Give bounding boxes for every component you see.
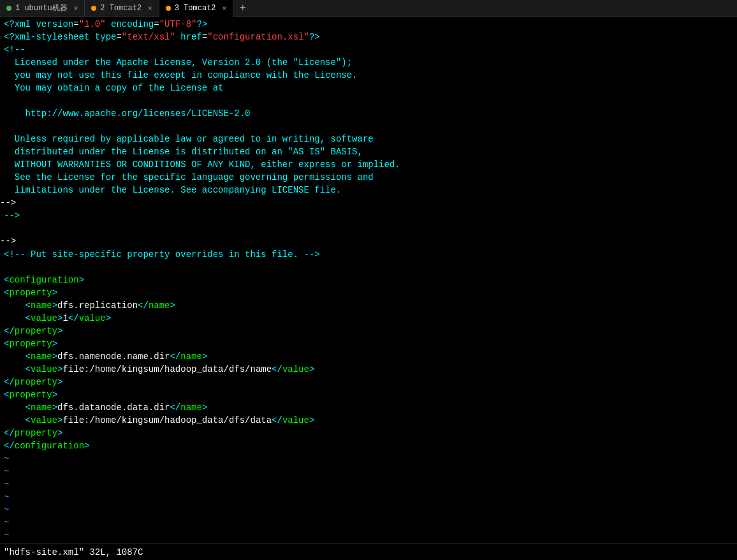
tab-tomcat2-1-close[interactable]: ✕ <box>148 4 152 12</box>
editor-line-8: http://www.apache.org/licenses/LICENSE-2… <box>0 107 737 120</box>
editor-line-30: <value>file:/home/kingsum/hadoop_data/df… <box>0 414 737 427</box>
editor-line-25: <name>dfs.namenode.name.dir</name> <box>0 350 737 363</box>
editor-line-32: </configuration> <box>0 439 737 452</box>
editor-line-24: <property> <box>0 337 737 350</box>
tab-add-button[interactable]: + <box>233 3 252 14</box>
editor-line-34: ~ <box>0 465 737 478</box>
editor-line-7 <box>0 94 737 107</box>
editor-line-13: See the License for the specific languag… <box>0 171 737 184</box>
editor-line-22: <value>1</value> <box>0 312 737 325</box>
editor-line-35: ~ <box>0 478 737 490</box>
editor-line-15: --> <box>0 209 737 222</box>
editor-line-2: <?xml-stylesheet type="text/xsl" href="c… <box>0 31 737 43</box>
editor-area[interactable]: <?xml version="1.0" encoding="UTF-8"?> <… <box>0 17 737 543</box>
editor-line-19: <configuration> <box>0 274 737 286</box>
editor-line-27: </property> <box>0 376 737 388</box>
editor-line-20: <property> <box>0 286 737 299</box>
status-bar-text: "hdfs-site.xml" 32L, 1087C <box>4 547 143 557</box>
editor-line-28: <property> <box>0 388 737 401</box>
editor-line-18 <box>0 261 737 274</box>
editor-line-23: </property> <box>0 325 737 337</box>
tab-dot-orange-2 <box>166 6 171 11</box>
editor-line-14: limitations under the License. See accom… <box>0 184 737 196</box>
editor-line-11: distributed under the License is distrib… <box>0 145 737 158</box>
editor-line-4: Licensed under the Apache License, Versi… <box>0 56 737 69</box>
tab-tomcat2-1-label: 2 Tomcat2 <box>100 4 142 13</box>
tab-dot-green <box>6 6 11 11</box>
tab-tomcat2-2[interactable]: 3 Tomcat2 ✕ <box>159 0 233 17</box>
tab-tomcat2-2-close[interactable]: ✕ <box>222 4 226 12</box>
editor-line-26: <value>file:/home/kingsum/hadoop_data/df… <box>0 363 737 376</box>
status-bar: "hdfs-site.xml" 32L, 1087C <box>0 543 737 560</box>
editor-line-5: you may not use this file except in comp… <box>0 69 737 82</box>
tab-dot-orange-1 <box>91 6 96 11</box>
tab-tomcat2-2-label: 3 Tomcat2 <box>175 4 216 13</box>
editor-line-36: ~ <box>0 490 737 503</box>
editor-line-38: ~ <box>0 516 737 529</box>
editor-line-31: </property> <box>0 427 737 439</box>
editor-line-16 <box>0 222 737 235</box>
editor-line-17: <!-- Put site-specific property override… <box>0 248 737 261</box>
tab-ubuntu[interactable]: 1 ubuntu机器 ✕ <box>0 0 85 17</box>
tab-tomcat2-1[interactable]: 2 Tomcat2 ✕ <box>85 0 159 17</box>
editor-line-29: <name>dfs.datanode.data.dir</name> <box>0 401 737 414</box>
editor-line-12: WITHOUT WARRANTIES OR CONDITIONS OF ANY … <box>0 158 737 171</box>
editor-line-10: Unless required by applicable law or agr… <box>0 133 737 145</box>
editor-line-33: ~ <box>0 452 737 465</box>
tab-ubuntu-label: 1 ubuntu机器 <box>15 3 68 13</box>
editor-line-21: <name>dfs.replication</name> <box>0 299 737 312</box>
editor-line-3: <!-- <box>0 43 737 56</box>
editor-line-6: You may obtain a copy of the License at <box>0 82 737 94</box>
tab-bar: 1 ubuntu机器 ✕ 2 Tomcat2 ✕ 3 Tomcat2 ✕ + <box>0 0 737 17</box>
tab-ubuntu-close[interactable]: ✕ <box>74 4 78 12</box>
editor-line-39: ~ <box>0 529 737 542</box>
editor-line-37: ~ <box>0 503 737 516</box>
editor-line-1: <?xml version="1.0" encoding="UTF-8"?> <box>0 18 737 31</box>
editor-line-9 <box>0 120 737 133</box>
